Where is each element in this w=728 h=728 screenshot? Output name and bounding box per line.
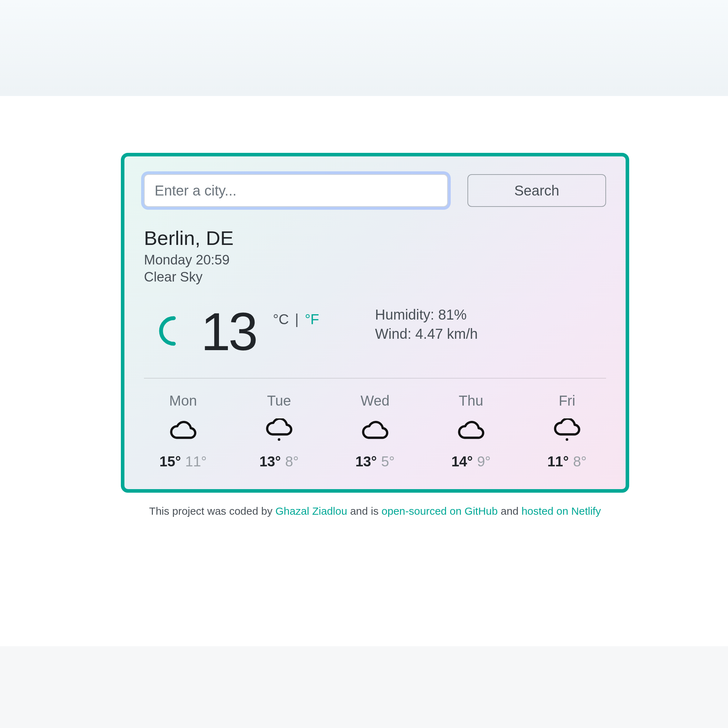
current-temperature: 13	[201, 305, 256, 358]
weather-card: Search Berlin, DE Monday 20:59 Clear Sky…	[121, 153, 629, 492]
forecast-day-name: Fri	[535, 393, 599, 409]
city-name: Berlin, DE	[144, 226, 606, 249]
wind-value: 4.47 km/h	[415, 326, 478, 342]
forecast-day: Fri 11°8°	[535, 393, 599, 470]
forecast-day-name: Wed	[343, 393, 407, 409]
cloud-rain-icon	[535, 415, 599, 447]
unit-toggle: °C | °F	[273, 311, 319, 327]
wind-label: Wind:	[375, 326, 415, 342]
forecast-day: Thu 14°9°	[439, 393, 503, 470]
forecast-lo: 9°	[477, 454, 491, 469]
forecast-temps: 15°11°	[151, 454, 215, 470]
footer-text-3: and	[498, 505, 522, 517]
forecast-day: Tue 13°8°	[247, 393, 311, 470]
app-container: Search Berlin, DE Monday 20:59 Clear Sky…	[121, 153, 629, 517]
author-link[interactable]: Ghazal Ziadlou	[275, 505, 347, 517]
current-left: 13 °C | °F	[144, 305, 375, 358]
humidity-label: Humidity:	[375, 307, 438, 323]
forecast-lo: 11°	[185, 454, 207, 469]
forecast-temps: 13°8°	[247, 454, 311, 470]
forecast-day: Mon 15°11°	[151, 393, 215, 470]
search-button[interactable]: Search	[468, 174, 606, 207]
forecast-day: Wed 13°5°	[343, 393, 407, 470]
forecast-day-name: Tue	[247, 393, 311, 409]
cloud-icon	[343, 415, 407, 447]
forecast-lo: 8°	[285, 454, 298, 469]
current-datetime: Monday 20:59	[144, 252, 606, 269]
humidity-value: 81%	[438, 307, 467, 323]
netlify-link[interactable]: hosted on Netlify	[522, 505, 601, 517]
forecast-temps: 14°9°	[439, 454, 503, 470]
forecast-hi: 11°	[548, 454, 569, 469]
forecast-hi: 15°	[160, 454, 181, 469]
forecast-day-name: Thu	[439, 393, 503, 409]
forecast-hi: 14°	[451, 454, 473, 469]
forecast-temps: 11°8°	[535, 454, 599, 470]
forecast-hi: 13°	[355, 454, 377, 469]
search-form: Search	[144, 174, 606, 207]
wind-row: Wind: 4.47 km/h	[375, 324, 478, 343]
cloud-rain-icon	[247, 415, 311, 447]
svg-point-0	[278, 438, 280, 441]
footer-credit: This project was coded by Ghazal Ziadlou…	[121, 505, 629, 517]
forecast-temps: 13°5°	[343, 454, 407, 470]
forecast-row: Mon 15°11° Tue	[144, 393, 606, 470]
city-search-input[interactable]	[144, 174, 448, 207]
forecast-lo: 8°	[573, 454, 587, 469]
github-link[interactable]: open-sourced on GitHub	[381, 505, 498, 517]
unit-separator: |	[291, 311, 303, 327]
forecast-hi: 13°	[260, 454, 281, 469]
forecast-day-name: Mon	[151, 393, 215, 409]
cloud-icon	[151, 415, 215, 447]
unit-celsius: °C	[273, 311, 289, 327]
cloud-icon	[439, 415, 503, 447]
header-gradient	[0, 0, 728, 96]
current-details: Humidity: 81% Wind: 4.47 km/h	[375, 305, 478, 343]
forecast-lo: 5°	[381, 454, 395, 469]
current-description: Clear Sky	[144, 269, 606, 286]
footer-gradient	[0, 646, 728, 728]
divider	[144, 378, 606, 379]
footer-text-2: and is	[347, 505, 382, 517]
unit-fahrenheit-link[interactable]: °F	[304, 311, 319, 327]
clear-night-icon	[154, 315, 187, 347]
humidity-row: Humidity: 81%	[375, 305, 478, 324]
current-weather-row: 13 °C | °F Humidity: 81% Wind: 4.47 km/h	[144, 305, 606, 358]
svg-point-1	[566, 438, 568, 441]
footer-text-1: This project was coded by	[149, 505, 275, 517]
